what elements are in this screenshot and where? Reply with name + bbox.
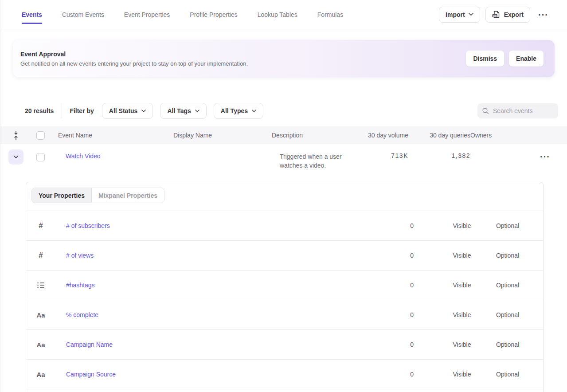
- banner-subtitle: Get notified on all new events entering …: [20, 60, 466, 67]
- collapse-row-button[interactable]: [8, 149, 23, 165]
- property-visibility: Visible: [443, 222, 481, 229]
- topbar-actions: Import csv Export ···: [439, 7, 551, 23]
- property-visibility: Visible: [443, 252, 481, 259]
- property-name-cell: Campaign Name: [55, 341, 347, 349]
- banner-actions: Dismiss Enable: [466, 51, 544, 67]
- more-options-icon[interactable]: ···: [536, 10, 551, 19]
- tab-your-properties[interactable]: Your Properties: [32, 188, 91, 203]
- tab-formulas[interactable]: Formulas: [317, 0, 343, 29]
- row-more-options-icon[interactable]: ···: [537, 152, 553, 161]
- chevron-down-icon: [195, 110, 199, 112]
- event-name-link[interactable]: Watch Video: [66, 153, 101, 160]
- text-type-icon: Aa: [26, 341, 55, 349]
- chevron-down-icon: [469, 13, 473, 16]
- tab-events[interactable]: Events: [22, 0, 42, 29]
- chevron-down-icon: [13, 155, 19, 159]
- expander-cell: [0, 144, 31, 165]
- row-select-cell: [31, 144, 58, 161]
- property-visibility: Visible: [443, 341, 481, 348]
- lexicon-page: Events Custom Events Event Properties Pr…: [0, 0, 567, 392]
- property-row: # # of views 0 Visible Optional: [26, 241, 543, 270]
- property-value: 0: [347, 311, 443, 318]
- description-cell: Triggered when a user watches a video.: [272, 144, 351, 170]
- events-table-header: Event Name Display Name Description 30 d…: [0, 126, 567, 144]
- property-row: Aa % complete 0 Visible Optional: [26, 300, 543, 330]
- filter-row: 20 results Filter by All Status All Tags…: [0, 103, 567, 119]
- tab-profile-properties[interactable]: Profile Properties: [190, 0, 237, 29]
- filter-by-label: Filter by: [70, 107, 94, 114]
- property-requirement: Optional: [481, 341, 534, 348]
- column-header-display-name: Display Name: [173, 132, 272, 139]
- row-checkbox[interactable]: [36, 153, 45, 161]
- number-type-icon: #: [26, 251, 55, 260]
- select-all-checkbox[interactable]: [36, 131, 45, 140]
- table-row: Watch Video Triggered when a user watche…: [0, 144, 567, 182]
- owners-cell: [470, 144, 532, 152]
- property-value: 0: [347, 282, 443, 289]
- search-box: [477, 103, 558, 118]
- column-header-30-day-volume: 30 day volume: [351, 132, 408, 139]
- event-approval-banner: Event Approval Get notified on all new e…: [13, 40, 555, 77]
- tab-custom-events[interactable]: Custom Events: [62, 0, 104, 29]
- nav-tabs: Events Custom Events Event Properties Pr…: [22, 0, 439, 29]
- column-header-description: Description: [272, 132, 351, 139]
- search-input[interactable]: [493, 107, 554, 114]
- import-button[interactable]: Import: [439, 7, 480, 23]
- tags-filter-dropdown[interactable]: All Tags: [160, 103, 206, 119]
- property-requirement: Optional: [481, 222, 534, 229]
- property-requirement: Optional: [481, 252, 534, 259]
- tab-mixpanel-properties[interactable]: Mixpanel Properties: [91, 188, 164, 203]
- property-row: # # of subscribers 0 Visible Optional: [26, 211, 543, 241]
- property-name-cell: # of subscribers: [55, 222, 347, 230]
- display-name-cell: [173, 144, 272, 152]
- property-requirement: Optional: [481, 371, 534, 378]
- status-filter-label: All Status: [109, 107, 138, 114]
- search-icon: [482, 107, 489, 115]
- queries-cell: 1,382: [408, 144, 470, 159]
- vertical-divider: [62, 103, 62, 118]
- chevron-down-icon: [141, 110, 146, 112]
- list-type-icon: [26, 282, 55, 288]
- column-header-30-day-queries: 30 day queries: [408, 132, 470, 139]
- csv-file-icon: csv: [492, 10, 501, 19]
- tab-event-properties[interactable]: Event Properties: [124, 0, 170, 29]
- property-name-link[interactable]: Campaign Name: [66, 341, 113, 348]
- enable-button[interactable]: Enable: [509, 51, 544, 67]
- column-header-event-name: Event Name: [58, 132, 173, 139]
- property-value: 0: [347, 222, 443, 229]
- dismiss-button[interactable]: Dismiss: [466, 51, 504, 67]
- tab-lookup-tables[interactable]: Lookup Tables: [258, 0, 297, 29]
- banner-title: Event Approval: [20, 51, 466, 58]
- property-visibility: Visible: [443, 282, 481, 289]
- tags-filter-label: All Tags: [167, 107, 191, 114]
- types-filter-label: All Types: [221, 107, 248, 114]
- property-row: Aa Campaign Name 0 Visible Optional: [26, 330, 543, 360]
- collapse-all-cell: [0, 130, 31, 140]
- number-type-icon: #: [26, 221, 55, 230]
- property-requirement: Optional: [481, 282, 534, 289]
- property-name-link[interactable]: # of views: [66, 252, 94, 259]
- property-name-link[interactable]: #hashtags: [66, 282, 95, 289]
- property-name-cell: Campaign Source: [55, 370, 347, 378]
- text-type-icon: Aa: [26, 311, 55, 319]
- collapse-vertical-icon[interactable]: [13, 130, 19, 140]
- svg-text:csv: csv: [493, 15, 497, 17]
- property-visibility: Visible: [443, 311, 481, 318]
- property-name-cell: #hashtags: [55, 281, 347, 289]
- banner-text: Event Approval Get notified on all new e…: [20, 51, 466, 67]
- export-button[interactable]: csv Export: [485, 7, 530, 23]
- property-row: Aa Campaign Source 0 Visible Optional: [26, 360, 543, 389]
- property-name-cell: % complete: [55, 311, 347, 319]
- property-value: 0: [347, 341, 443, 348]
- results-count: 20 results: [25, 107, 54, 114]
- column-header-owners: Owners: [470, 132, 532, 139]
- types-filter-dropdown[interactable]: All Types: [214, 103, 263, 119]
- top-navigation-bar: Events Custom Events Event Properties Pr…: [0, 0, 567, 29]
- properties-segmented-control: Your Properties Mixpanel Properties: [31, 188, 164, 203]
- status-filter-dropdown[interactable]: All Status: [102, 103, 153, 119]
- property-name-link[interactable]: # of subscribers: [66, 222, 110, 229]
- select-all-cell: [31, 131, 58, 140]
- property-name-link[interactable]: % complete: [66, 311, 98, 318]
- property-value: 0: [347, 252, 443, 259]
- property-name-link[interactable]: Campaign Source: [66, 371, 116, 378]
